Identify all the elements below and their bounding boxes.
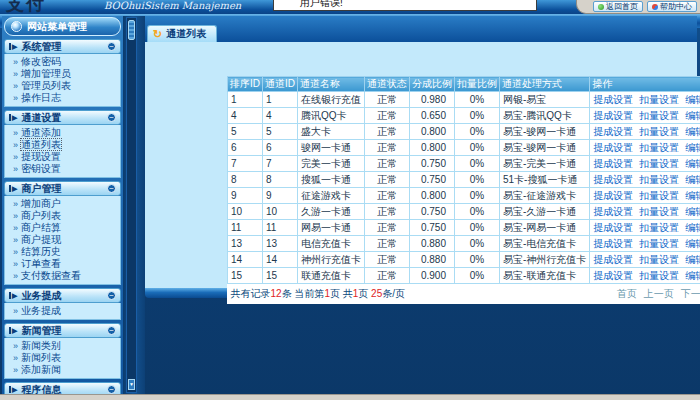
sidebar-scrollbar[interactable]: ▼	[126, 17, 137, 393]
scrollbar-down-arrow[interactable]: ▼	[128, 379, 135, 390]
action-link[interactable]: 提成设置	[593, 270, 633, 281]
sidebar-item[interactable]: »提现设置	[13, 151, 120, 163]
help-center-button[interactable]: 帮助中心	[647, 1, 697, 12]
table-cell: 易宝-电信充值卡	[500, 236, 590, 252]
action-link[interactable]: 编辑	[685, 94, 700, 105]
sidebar-section-header[interactable]: ▶ 业务提成 −	[4, 288, 121, 303]
action-link[interactable]: 提成设置	[593, 222, 633, 233]
action-link[interactable]: 编辑	[685, 126, 700, 137]
action-link[interactable]: 编辑	[685, 142, 700, 153]
action-link[interactable]: 提成设置	[593, 126, 633, 137]
action-link[interactable]: 扣量设置	[639, 206, 679, 217]
action-link[interactable]: 编辑	[685, 190, 700, 201]
action-link[interactable]: 提成设置	[593, 142, 633, 153]
action-link[interactable]: 扣量设置	[639, 158, 679, 169]
table-footer-row: 共有记录12条 当前第1页 共1页 25条/页 首页上一页下一页尾页	[228, 284, 700, 304]
sidebar-item[interactable]: »修改密码	[13, 56, 120, 68]
action-link[interactable]: 编辑	[685, 158, 700, 169]
action-link[interactable]: 扣量设置	[639, 142, 679, 153]
sidebar-item[interactable]: »添加新闻	[13, 364, 120, 376]
action-link[interactable]: 提成设置	[593, 94, 633, 105]
action-link[interactable]: 扣量设置	[639, 190, 679, 201]
sidebar-item[interactable]: »管理员列表	[13, 80, 120, 92]
pagination-link[interactable]: 下一页	[681, 288, 700, 299]
sidebar-item[interactable]: »支付数据查看	[13, 270, 120, 282]
table-cell: 1	[228, 92, 263, 108]
table-cell: 0%	[455, 268, 500, 284]
sidebar-splitter: ▼	[123, 16, 145, 394]
pagination-link[interactable]: 上一页	[644, 288, 674, 299]
sidebar-item[interactable]: »密钥设置	[13, 163, 120, 175]
table-cell: 正常	[365, 252, 410, 268]
action-link[interactable]: 提成设置	[593, 190, 633, 201]
action-link[interactable]: 编辑	[685, 110, 700, 121]
table-cell: 联通充值卡	[298, 268, 365, 284]
scrollbar-thumb[interactable]	[128, 20, 135, 40]
table-cell: 易宝-征途游戏卡	[500, 188, 590, 204]
sidebar-item[interactable]: »通道添加	[13, 127, 120, 139]
action-link[interactable]: 编辑	[685, 270, 700, 281]
action-link[interactable]: 扣量设置	[639, 94, 679, 105]
sidebar-item[interactable]: »商户列表	[13, 210, 120, 222]
collapse-icon[interactable]: −	[107, 42, 116, 51]
table-cell: 正常	[365, 220, 410, 236]
action-link[interactable]: 提成设置	[593, 110, 633, 121]
pagination-link[interactable]: 首页	[617, 288, 637, 299]
sidebar-item[interactable]: »通道列表	[13, 139, 120, 151]
content-panel: ↻ 通道列表 排序ID通道ID通道名称通道状态分成比例扣量比例通道处理方式操作 …	[145, 16, 697, 298]
table-cell: 0.750	[410, 156, 455, 172]
sidebar-item[interactable]: »操作日志	[13, 92, 120, 104]
collapse-icon[interactable]: −	[107, 291, 116, 300]
sidebar-item-label: 管理员列表	[21, 80, 71, 91]
action-link[interactable]: 编辑	[685, 254, 700, 265]
sidebar-section-header[interactable]: ▶ 商户管理 −	[4, 181, 121, 196]
sidebar-section-title: 系统管理	[21, 40, 103, 54]
table-cell: 0.800	[410, 140, 455, 156]
sidebar-item[interactable]: »商户结算	[13, 222, 120, 234]
collapse-icon[interactable]: −	[107, 184, 116, 193]
action-link[interactable]: 扣量设置	[639, 126, 679, 137]
return-home-button[interactable]: 返回首页	[593, 1, 643, 12]
sidebar-item[interactable]: »新闻列表	[13, 352, 120, 364]
action-link[interactable]: 提成设置	[593, 254, 633, 265]
action-link[interactable]: 提成设置	[593, 238, 633, 249]
chevron-right-icon: »	[13, 306, 18, 316]
sidebar-item[interactable]: »结算历史	[13, 246, 120, 258]
action-link[interactable]: 扣量设置	[639, 222, 679, 233]
sidebar-item[interactable]: »商户提现	[13, 234, 120, 246]
table-cell: 0.980	[410, 92, 455, 108]
tab-channel-list[interactable]: ↻ 通道列表	[147, 25, 217, 42]
action-link[interactable]: 编辑	[685, 206, 700, 217]
play-icon: ▶	[9, 185, 17, 192]
collapse-icon[interactable]: −	[107, 326, 116, 335]
table-cell: 0.750	[410, 172, 455, 188]
table-cell: 网易一卡通	[298, 220, 365, 236]
column-header: 排序ID	[228, 77, 263, 92]
sidebar-item[interactable]: »新闻类别	[13, 340, 120, 352]
sidebar-item[interactable]: »订单查看	[13, 258, 120, 270]
action-link[interactable]: 扣量设置	[639, 238, 679, 249]
action-link[interactable]: 提成设置	[593, 174, 633, 185]
table-cell: 5	[263, 124, 298, 140]
sidebar-section-header[interactable]: ▶ 新闻管理 −	[4, 323, 121, 338]
action-link[interactable]: 提成设置	[593, 158, 633, 169]
action-link[interactable]: 编辑	[685, 222, 700, 233]
action-link[interactable]: 扣量设置	[639, 270, 679, 281]
table-cell: 5	[228, 124, 263, 140]
action-link[interactable]: 编辑	[685, 174, 700, 185]
table-row: 1313电信充值卡正常0.8800%易宝-电信充值卡提成设置扣量设置编辑删除	[228, 236, 700, 252]
sidebar-section-header[interactable]: ▶ 通道设置 −	[4, 110, 121, 125]
sidebar-item[interactable]: »业务提成	[13, 305, 120, 317]
sidebar-item[interactable]: »增加管理员	[13, 68, 120, 80]
chevron-right-icon: »	[13, 211, 18, 221]
collapse-icon[interactable]: −	[107, 385, 116, 394]
action-link[interactable]: 扣量设置	[639, 110, 679, 121]
sidebar-section-header[interactable]: ▶ 系统管理 −	[4, 39, 121, 54]
collapse-icon[interactable]: −	[107, 113, 116, 122]
chevron-right-icon: »	[13, 341, 18, 351]
sidebar-item[interactable]: »增加商户	[13, 198, 120, 210]
action-link[interactable]: 扣量设置	[639, 254, 679, 265]
action-link[interactable]: 编辑	[685, 238, 700, 249]
action-link[interactable]: 扣量设置	[639, 174, 679, 185]
action-link[interactable]: 提成设置	[593, 206, 633, 217]
